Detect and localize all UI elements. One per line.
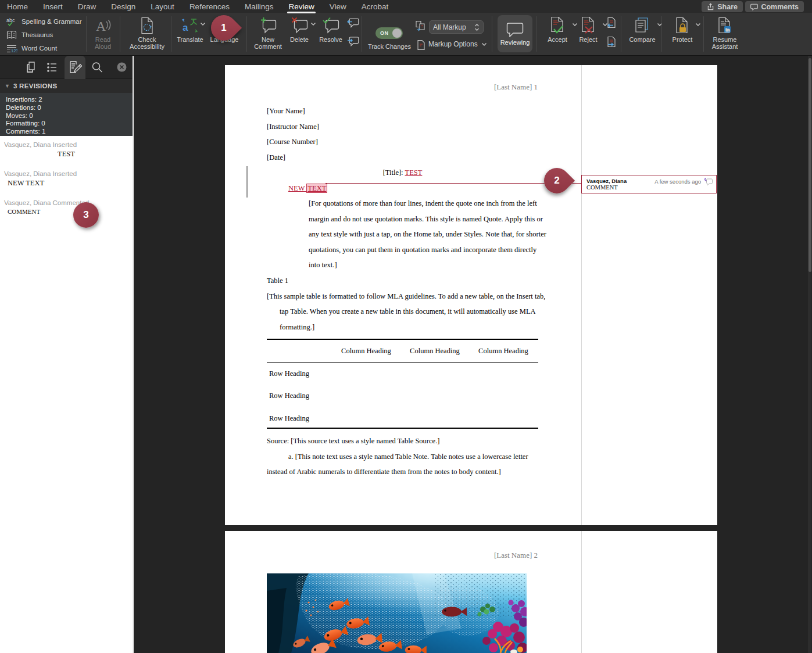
table-row[interactable]: Row Heading <box>267 363 538 385</box>
tracked-insertion[interactable]: TEST <box>405 168 423 177</box>
table-col-header[interactable]: Column Heading <box>469 347 538 356</box>
menu-tab-acrobat[interactable]: Acrobat <box>362 2 389 11</box>
page1-header[interactable]: [Last Name] 1 <box>225 82 581 92</box>
next-comment-icon <box>346 36 359 46</box>
track-changes-toggle[interactable]: ON <box>375 27 403 39</box>
collapse-triangle-icon[interactable]: ▼ <box>5 83 10 89</box>
quote-line[interactable]: [For quotations of more than four lines,… <box>267 196 538 211</box>
markup-options-button[interactable]: Markup Options <box>428 40 487 48</box>
markup-options-label: Markup Options <box>428 40 478 48</box>
ribbon-divider <box>661 16 662 52</box>
sidebar-tab-outline[interactable] <box>42 56 63 79</box>
previous-change-button[interactable] <box>606 17 616 32</box>
quote-line[interactable]: quotations, you can put them in quotatio… <box>267 242 538 258</box>
sidebar-tab-revisions[interactable] <box>65 56 85 79</box>
menu-tab-design[interactable]: Design <box>111 2 135 11</box>
chevron-down-icon[interactable] <box>695 23 701 27</box>
revision-entry[interactable]: Vasquez, Diana Inserted TEST <box>0 141 133 159</box>
menu-tab-view[interactable]: View <box>330 2 346 11</box>
document-page-2[interactable]: [Last Name] 2 <box>225 531 717 653</box>
reply-comment-icon[interactable] <box>704 178 713 185</box>
compare-button[interactable]: Compare <box>627 15 658 43</box>
chevron-down-icon[interactable] <box>310 22 316 26</box>
menu-tab-home[interactable]: Home <box>7 2 28 11</box>
spelling-icon: abc <box>6 17 17 27</box>
close-pane-button[interactable] <box>117 62 127 74</box>
read-aloud-button[interactable]: A Read Aloud <box>87 15 119 50</box>
check-accessibility-label: Check Accessibility <box>122 36 172 50</box>
menu-tab-insert[interactable]: Insert <box>43 2 63 11</box>
revision-entry[interactable]: Vasquez, Diana Commented COMMENT <box>0 199 133 215</box>
doc-line[interactable]: [Course Number] <box>267 134 538 150</box>
next-change-button[interactable] <box>606 36 616 51</box>
quote-line[interactable]: margin and do not use quotation marks. T… <box>267 211 538 227</box>
reject-button[interactable]: Reject <box>574 15 602 43</box>
quote-line[interactable]: any text style with just a tap, on the H… <box>267 227 538 242</box>
new-comment-button[interactable]: New Comment <box>251 15 285 50</box>
table-notes[interactable]: Source: [This source text uses a style n… <box>267 433 538 480</box>
resume-assistant-button[interactable]: in Resume Assistant <box>707 15 743 50</box>
display-for-review-icon <box>415 20 427 33</box>
menu-tab-layout[interactable]: Layout <box>151 2 174 11</box>
sidebar-tab-search[interactable] <box>87 56 108 79</box>
table-caption[interactable]: Table 1 <box>267 273 538 289</box>
doc-line[interactable]: [Instructor Name] <box>267 119 538 135</box>
doc-line[interactable]: formatting.] <box>267 320 538 335</box>
chevron-down-icon[interactable] <box>200 22 206 26</box>
delete-comment-button[interactable]: Delete <box>286 15 313 43</box>
table-col-header[interactable]: Column Heading <box>400 347 469 356</box>
thesaurus-button[interactable]: Thesaurus <box>6 29 53 41</box>
reviewing-pane-button[interactable]: Reviewing <box>498 15 532 52</box>
vertical-scrollbar[interactable] <box>808 56 811 653</box>
table-note-line[interactable]: instead of Arabic numerals to differenti… <box>267 464 538 480</box>
spelling-grammar-button[interactable]: abc Spelling & Grammar <box>6 16 82 27</box>
word-count-label: Word Count <box>22 45 57 52</box>
word-count-button[interactable]: 123 Word Count <box>6 42 57 54</box>
quote-line[interactable]: into text.] <box>267 257 538 273</box>
menu-tab-review[interactable]: Review <box>288 2 314 11</box>
comments-label: Comments <box>761 3 799 11</box>
underwater-photo[interactable] <box>267 573 527 653</box>
menu-tab-references[interactable]: References <box>189 2 230 11</box>
ribbon-divider <box>120 16 120 52</box>
table-col-header[interactable]: Column Heading <box>332 347 400 356</box>
menu-tab-mailings[interactable]: Mailings <box>245 2 274 11</box>
comment-anchor-text[interactable]: TEXT <box>306 184 327 193</box>
table-row[interactable]: Row Heading <box>267 385 538 408</box>
resolve-comment-button[interactable]: Resolve <box>316 15 345 43</box>
doc-line[interactable]: tap Table. When you create a new table i… <box>267 304 538 320</box>
doc-title-line[interactable]: [Title]: TEST <box>267 165 538 181</box>
page2-header[interactable]: [Last Name] 2 <box>225 551 581 560</box>
mla-table[interactable]: Column Heading Column Heading Column Hea… <box>267 339 538 429</box>
menu-tab-draw[interactable]: Draw <box>78 2 96 11</box>
revision-stats: Insertions: 2 Deletions: 0 Moves: 0 Form… <box>0 93 133 136</box>
tracked-insertion[interactable]: NEW <box>288 184 306 192</box>
next-comment-button[interactable] <box>346 36 359 49</box>
check-accessibility-button[interactable]: Check Accessibility <box>122 15 172 50</box>
table-row[interactable]: Row Heading <box>267 407 538 430</box>
scrollbar-thumb[interactable] <box>809 58 811 272</box>
translate-button[interactable]: a Translate <box>173 15 207 43</box>
document-page-1[interactable]: [Last Name] 1 [Your Name] [Instructor Na… <box>225 65 717 525</box>
display-for-review-select[interactable]: All Markup <box>429 20 484 34</box>
accept-button[interactable]: Accept <box>543 15 572 43</box>
table-header-row: Column Heading Column Heading Column Hea… <box>267 340 538 363</box>
previous-comment-button[interactable] <box>346 17 359 30</box>
markup-options-icon <box>417 40 425 51</box>
sidebar-tab-thumbnails[interactable] <box>21 56 42 79</box>
doc-line[interactable]: [Your Name] <box>267 103 538 119</box>
revision-entry[interactable]: Vasquez, Diana Inserted NEW TEXT <box>0 170 133 188</box>
chevron-down-icon <box>481 42 487 46</box>
table-note-line[interactable]: a. [This note text uses a style named Ta… <box>267 449 538 465</box>
table-source-line[interactable]: Source: [This source text uses a style n… <box>267 433 538 449</box>
protect-button[interactable]: Protect <box>667 15 697 43</box>
comment-balloon[interactable]: Vasquez, Diana COMMENT A few seconds ago <box>581 175 717 193</box>
doc-line[interactable]: [Date] <box>267 150 538 166</box>
revisions-header[interactable]: ▼ 3 REVISIONS <box>0 79 133 93</box>
document-body-text[interactable]: [Your Name] [Instructor Name] [Course Nu… <box>267 103 538 335</box>
protect-label: Protect <box>673 36 693 43</box>
revision-list: Vasquez, Diana Inserted TEST Vasquez, Di… <box>0 136 133 215</box>
doc-line[interactable]: [This sample table is formatted to follo… <box>267 289 538 304</box>
comments-button[interactable]: Comments <box>745 1 804 12</box>
share-button[interactable]: Share <box>702 1 743 12</box>
